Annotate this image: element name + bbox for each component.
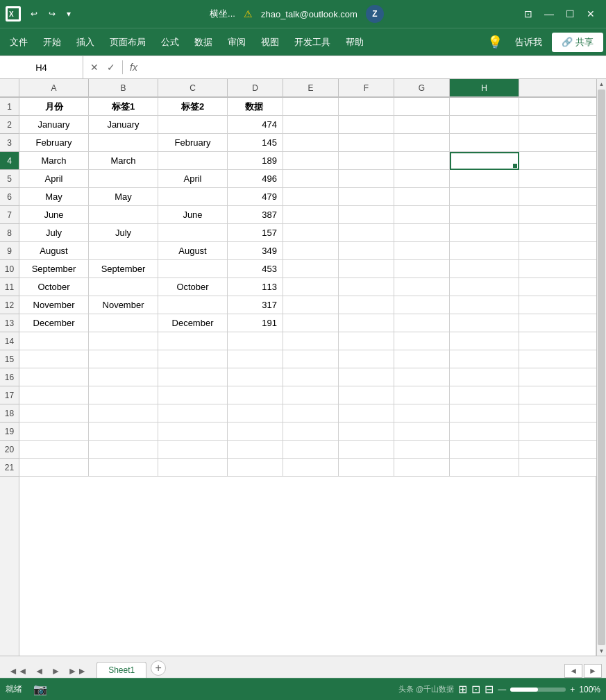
- undo-button[interactable]: ↩: [26, 8, 42, 20]
- tell-me-text[interactable]: 告诉我: [511, 33, 546, 51]
- cell-h8[interactable]: [450, 224, 519, 242]
- cell-b7[interactable]: [89, 206, 158, 224]
- page-break-icon[interactable]: ⊟: [485, 683, 494, 696]
- cell-d7[interactable]: 387: [228, 206, 283, 224]
- cell-f3[interactable]: [339, 134, 394, 152]
- cell-c13[interactable]: December: [158, 314, 228, 332]
- cell-h4[interactable]: [450, 152, 519, 170]
- cell-f15[interactable]: [339, 350, 394, 368]
- row-num-20[interactable]: 20: [0, 441, 19, 459]
- row-num-7[interactable]: 7: [0, 206, 19, 224]
- cell-f4[interactable]: [339, 152, 394, 170]
- scroll-up-arrow[interactable]: ▲: [597, 79, 606, 89]
- row-num-4[interactable]: 4: [0, 152, 19, 170]
- cell-c19[interactable]: [158, 422, 228, 441]
- cell-g7[interactable]: [394, 206, 450, 224]
- cell-c1[interactable]: 标签2: [158, 98, 228, 116]
- cell-f1[interactable]: [339, 98, 394, 116]
- menu-developer[interactable]: 开发工具: [287, 33, 337, 51]
- cell-h1[interactable]: [450, 98, 519, 116]
- add-sheet-button[interactable]: +: [151, 660, 166, 676]
- cell-h11[interactable]: [450, 278, 519, 296]
- cell-c16[interactable]: [158, 368, 228, 386]
- cell-e21[interactable]: [283, 459, 339, 477]
- cell-e9[interactable]: [283, 242, 339, 260]
- cell-c17[interactable]: [158, 386, 228, 404]
- cell-g5[interactable]: [394, 170, 450, 188]
- cell-a16[interactable]: [19, 368, 89, 386]
- cell-g8[interactable]: [394, 224, 450, 242]
- cell-b5[interactable]: [89, 170, 158, 188]
- row-num-10[interactable]: 10: [0, 260, 19, 278]
- cell-c10[interactable]: [158, 260, 228, 278]
- share-button[interactable]: 🔗 共享: [552, 33, 603, 52]
- cell-b20[interactable]: [89, 441, 158, 459]
- cell-d16[interactable]: [228, 368, 283, 386]
- cell-c14[interactable]: [158, 332, 228, 350]
- col-header-b[interactable]: B: [89, 79, 158, 97]
- menu-view[interactable]: 视图: [254, 33, 286, 51]
- col-header-d[interactable]: D: [228, 79, 283, 97]
- close-button[interactable]: ✕: [581, 5, 600, 23]
- cell-g16[interactable]: [394, 368, 450, 386]
- cell-b9[interactable]: [89, 242, 158, 260]
- cell-h12[interactable]: [450, 296, 519, 314]
- row-num-3[interactable]: 3: [0, 134, 19, 152]
- cell-f2[interactable]: [339, 116, 394, 134]
- cell-h18[interactable]: [450, 404, 519, 422]
- menu-help[interactable]: 帮助: [339, 33, 371, 51]
- cell-b6[interactable]: May: [89, 188, 158, 206]
- cell-f6[interactable]: [339, 188, 394, 206]
- cell-f14[interactable]: [339, 332, 394, 350]
- cell-b8[interactable]: July: [89, 224, 158, 242]
- row-num-15[interactable]: 15: [0, 350, 19, 368]
- cell-c6[interactable]: [158, 188, 228, 206]
- col-header-h[interactable]: H: [450, 79, 519, 97]
- cell-c12[interactable]: [158, 296, 228, 314]
- formula-input[interactable]: [144, 56, 606, 78]
- cell-c7[interactable]: June: [158, 206, 228, 224]
- cell-d19[interactable]: [228, 422, 283, 441]
- cell-e4[interactable]: [283, 152, 339, 170]
- row-num-21[interactable]: 21: [0, 459, 19, 477]
- scroll-thumb[interactable]: [598, 89, 605, 645]
- cell-g15[interactable]: [394, 350, 450, 368]
- cell-g11[interactable]: [394, 278, 450, 296]
- sheet-nav-next[interactable]: ►: [49, 664, 64, 678]
- cell-c4[interactable]: [158, 152, 228, 170]
- cell-d8[interactable]: 157: [228, 224, 283, 242]
- cell-a9[interactable]: August: [19, 242, 89, 260]
- cell-e16[interactable]: [283, 368, 339, 386]
- col-header-c[interactable]: C: [158, 79, 228, 97]
- cell-d11[interactable]: 113: [228, 278, 283, 296]
- cell-e19[interactable]: [283, 422, 339, 441]
- cell-f10[interactable]: [339, 260, 394, 278]
- row-num-2[interactable]: 2: [0, 116, 19, 134]
- cell-e5[interactable]: [283, 170, 339, 188]
- scroll-down-arrow[interactable]: ▼: [597, 646, 606, 656]
- cell-b10[interactable]: September: [89, 260, 158, 278]
- cell-b2[interactable]: January: [89, 116, 158, 134]
- cell-f20[interactable]: [339, 441, 394, 459]
- cell-d13[interactable]: 191: [228, 314, 283, 332]
- sheet-nav-last[interactable]: ►►: [65, 664, 90, 678]
- cell-c8[interactable]: [158, 224, 228, 242]
- cell-b17[interactable]: [89, 386, 158, 404]
- cell-c21[interactable]: [158, 459, 228, 477]
- cell-h14[interactable]: [450, 332, 519, 350]
- cell-h5[interactable]: [450, 170, 519, 188]
- cell-d12[interactable]: 317: [228, 296, 283, 314]
- cell-d9[interactable]: 349: [228, 242, 283, 260]
- cell-b19[interactable]: [89, 422, 158, 441]
- cell-d5[interactable]: 496: [228, 170, 283, 188]
- sheet-tab-sheet1[interactable]: Sheet1: [96, 662, 146, 678]
- scroll-left-button[interactable]: ◄: [564, 664, 582, 678]
- cell-g9[interactable]: [394, 242, 450, 260]
- menu-insert[interactable]: 插入: [69, 33, 101, 51]
- cell-f16[interactable]: [339, 368, 394, 386]
- menu-file[interactable]: 文件: [3, 33, 35, 51]
- minimize-button[interactable]: —: [539, 5, 559, 23]
- cell-b3[interactable]: [89, 134, 158, 152]
- cell-h16[interactable]: [450, 368, 519, 386]
- row-num-14[interactable]: 14: [0, 332, 19, 350]
